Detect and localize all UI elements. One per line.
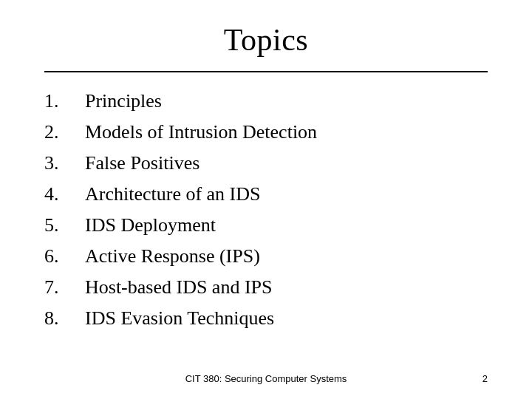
item-number-3: 3. (44, 152, 70, 174)
content-list: 1.Principles2.Models of Intrusion Detect… (44, 87, 488, 366)
list-item: 3.False Positives (44, 149, 488, 177)
list-item: 5.IDS Deployment (44, 211, 488, 239)
item-number-4: 4. (44, 183, 70, 205)
item-text-6: Active Response (IPS) (85, 245, 260, 267)
item-text-7: Host-based IDS and IPS (85, 276, 273, 299)
list-item: 1.Principles (44, 87, 488, 115)
item-text-2: Models of Intrusion Detection (85, 121, 317, 143)
item-number-5: 5. (44, 214, 70, 236)
item-number-1: 1. (44, 90, 70, 112)
list-item: 6.Active Response (IPS) (44, 242, 488, 270)
item-number-7: 7. (44, 276, 70, 299)
footer: CIT 380: Securing Computer Systems 2 (44, 366, 488, 384)
list-item: 2.Models of Intrusion Detection (44, 118, 488, 146)
footer-course: CIT 380: Securing Computer Systems (185, 373, 347, 384)
list-item: 4.Architecture of an IDS (44, 180, 488, 208)
item-text-5: IDS Deployment (85, 214, 216, 236)
title-divider (44, 71, 488, 72)
slide-title: Topics (44, 22, 488, 58)
item-text-3: False Positives (85, 152, 200, 174)
list-item: 7.Host-based IDS and IPS (44, 273, 488, 301)
footer-page: 2 (482, 373, 488, 384)
item-text-8: IDS Evasion Techniques (85, 307, 274, 330)
item-number-2: 2. (44, 121, 70, 143)
list-item: 8.IDS Evasion Techniques (44, 304, 488, 332)
item-text-4: Architecture of an IDS (85, 183, 261, 205)
item-number-8: 8. (44, 307, 70, 330)
item-number-6: 6. (44, 245, 70, 267)
slide: Topics 1.Principles2.Models of Intrusion… (0, 0, 532, 399)
item-text-1: Principles (85, 90, 162, 112)
title-area: Topics (44, 22, 488, 58)
